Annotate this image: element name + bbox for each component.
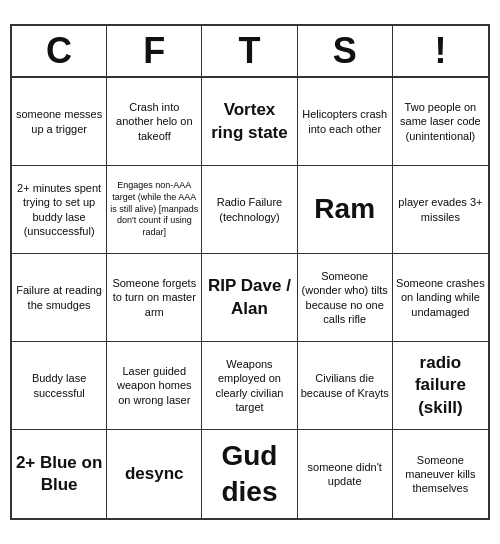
bingo-cell: someone messes up a trigger [12,78,107,166]
bingo-cell: Two people on same laser code (unintenti… [393,78,488,166]
bingo-cell: Someone (wonder who) tilts because no on… [298,254,393,342]
bingo-cell: Engages non-AAA target (while the AAA is… [107,166,202,254]
bingo-cell: Vortex ring state [202,78,297,166]
bingo-cell: RIP Dave / Alan [202,254,297,342]
bingo-cell: player evades 3+ missiles [393,166,488,254]
bingo-cell: desync [107,430,202,518]
bingo-cell: Someone forgets to turn on master arm [107,254,202,342]
header-letter: F [107,26,202,76]
bingo-cell: Someone crashes on landing while undamag… [393,254,488,342]
header-letter: T [202,26,297,76]
header-letter: ! [393,26,488,76]
bingo-cell: 2+ minutes spent trying to set up buddy … [12,166,107,254]
bingo-cell: Civilians die because of Krayts [298,342,393,430]
bingo-cell: Helicopters crash into each other [298,78,393,166]
bingo-cell: Weapons employed on clearly civilian tar… [202,342,297,430]
bingo-grid: someone messes up a triggerCrash into an… [12,78,488,518]
bingo-header: CFTS! [12,26,488,78]
bingo-cell: Radio Failure (technology) [202,166,297,254]
header-letter: C [12,26,107,76]
bingo-cell: Buddy lase successful [12,342,107,430]
bingo-cell: Someone maneuver kills themselves [393,430,488,518]
bingo-card: CFTS! someone messes up a triggerCrash i… [10,24,490,520]
bingo-cell: Laser guided weapon homes on wrong laser [107,342,202,430]
bingo-cell: Crash into another helo on takeoff [107,78,202,166]
bingo-cell: Ram [298,166,393,254]
header-letter: S [298,26,393,76]
bingo-cell: Failure at reading the smudges [12,254,107,342]
bingo-cell: 2+ Blue on Blue [12,430,107,518]
bingo-cell: radio failure (skill) [393,342,488,430]
bingo-cell: someone didn't update [298,430,393,518]
bingo-cell: Gud dies [202,430,297,518]
